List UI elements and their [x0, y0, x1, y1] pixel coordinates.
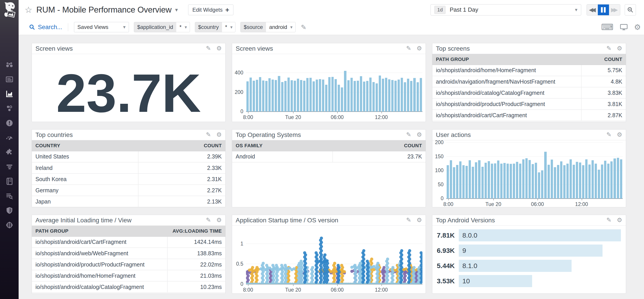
bar: [325, 85, 328, 112]
widget-title: Average Initial Loading time / View: [36, 217, 132, 224]
puzzle-icon: [5, 148, 14, 156]
bar: [557, 165, 559, 199]
bar: [275, 80, 277, 112]
bar-chart[interactable]: 0501001502008:00Tue 2006:0012:00: [432, 140, 626, 207]
bar: [334, 79, 337, 112]
edit-pencil-icon[interactable]: ✎: [206, 217, 211, 223]
widget-gear-icon[interactable]: ⚙: [417, 217, 422, 223]
widget-gear-icon[interactable]: ⚙: [216, 132, 222, 138]
x-axis-tick: [582, 199, 582, 200]
table: PATH GROUPAVG:LOADING TIMEio/shopist/and…: [32, 226, 225, 294]
widget-gear-icon[interactable]: ⚙: [617, 132, 622, 138]
bar: [316, 80, 318, 112]
bar: [604, 161, 606, 199]
edit-pencil-icon[interactable]: ✎: [606, 217, 612, 223]
bar: [360, 76, 362, 112]
template-var-source[interactable]: $source android ▾: [240, 22, 296, 32]
plot-area: 02004008:00Tue 2006:0012:00: [246, 58, 422, 112]
search-control[interactable]: Search...: [29, 24, 62, 31]
widget-gear-icon[interactable]: ⚙: [216, 45, 222, 51]
toplist-label: 8.1.0: [462, 262, 478, 270]
toplist-row: 7.81K8.0.0: [432, 229, 621, 241]
widget-gear-icon[interactable]: ⚙: [216, 217, 222, 223]
table-header-row: PATH GROUPCOUNT: [432, 54, 626, 65]
bar: [268, 78, 271, 112]
bar: [450, 160, 452, 199]
edit-variables-pencil-icon[interactable]: ✎: [301, 23, 306, 31]
data-table: PATH GROUPCOUNTio/shopist/android/home/H…: [432, 54, 626, 121]
cell-value: 2.27K: [138, 185, 225, 196]
bar: [601, 165, 603, 199]
saved-views-select[interactable]: Saved Views ▾: [74, 22, 129, 32]
edit-pencil-icon[interactable]: ✎: [406, 217, 411, 223]
edit-widgets-button[interactable]: Edit Widgets +: [188, 4, 234, 15]
bar: [478, 160, 480, 199]
zoom-out-button[interactable]: [625, 4, 636, 15]
sidebar-item-infrastructure[interactable]: [5, 104, 14, 113]
column-header: PATH GROUP: [432, 54, 582, 65]
sidebar-item-synthetics[interactable]: [5, 221, 14, 229]
scatter-chart[interactable]: 00.518:00Tue 2006:0012:00: [232, 226, 426, 294]
sidebar-item-monitors[interactable]: [5, 119, 14, 127]
x-axis-tick: [337, 284, 338, 286]
cell-value: 2.13K: [138, 196, 225, 207]
favorite-star-icon[interactable]: ☆: [25, 5, 32, 14]
edit-pencil-icon[interactable]: ✎: [406, 45, 411, 51]
edit-pencil-icon[interactable]: ✎: [206, 45, 211, 51]
cell-label: io/shopist/android/cart/CartFragment: [432, 110, 582, 121]
binoculars-icon: [5, 60, 14, 69]
table-row: Japan2.13K: [32, 196, 225, 207]
bar: [410, 81, 412, 112]
pause-refresh-button[interactable]: [598, 4, 609, 15]
bars-series: [446, 143, 623, 199]
edit-pencil-icon[interactable]: ✎: [206, 132, 211, 138]
cell-label: io/shopist/android/catalog/CatalogFragme…: [32, 281, 167, 293]
widget-gear-icon[interactable]: ⚙: [617, 217, 622, 223]
edit-pencil-icon[interactable]: ✎: [406, 132, 411, 138]
title-chevron-down-icon[interactable]: ▾: [175, 7, 178, 13]
widget-gear-icon[interactable]: ⚙: [417, 45, 422, 51]
saved-views-label: Saved Views: [77, 24, 108, 30]
tv-mode-icon[interactable]: [620, 23, 628, 31]
bar: [290, 80, 293, 112]
widget-gear-icon[interactable]: ⚙: [617, 45, 622, 51]
bar: [385, 78, 387, 112]
edit-pencil-icon[interactable]: ✎: [606, 132, 612, 138]
time-backward-button[interactable]: ◀◀: [587, 4, 598, 15]
cell-value: 5.75K: [582, 65, 626, 76]
template-var-country[interactable]: $country * ▾: [195, 22, 236, 32]
datadog-logo[interactable]: [2, 1, 17, 21]
bar: [303, 81, 306, 112]
bar-chart[interactable]: 02004008:00Tue 2006:0012:00: [232, 54, 426, 122]
search-input[interactable]: Search...: [38, 24, 62, 31]
dashboard-grid: Screen views ✎⚙ 23.7K Screen views ✎⚙ 02…: [18, 35, 644, 294]
sidebar-item-watchdog[interactable]: [5, 60, 14, 69]
toplist-row: 6.93K9: [432, 245, 621, 257]
bar: [484, 163, 487, 199]
time-range-select[interactable]: 1d Past 1 Day ▾: [430, 4, 581, 15]
sidebar-item-integrations[interactable]: [5, 148, 14, 156]
sidebar-item-events[interactable]: [5, 75, 14, 84]
sidebar-item-dashboards[interactable]: [5, 90, 14, 98]
settings-gear-icon[interactable]: ⚙: [634, 23, 641, 31]
sidebar-item-metrics[interactable]: [5, 133, 14, 142]
search-icon: [29, 24, 35, 30]
globe-network-icon: [5, 221, 14, 229]
template-var-application-id[interactable]: $application_id * ▾: [134, 22, 190, 32]
bar: [617, 158, 619, 199]
time-forward-button[interactable]: ▶▶: [609, 4, 620, 15]
sidebar-item-apm[interactable]: [5, 163, 14, 171]
widget-gear-icon[interactable]: ⚙: [417, 132, 422, 138]
cell-label: io/shopist/android/home/HomeFragment: [432, 65, 582, 76]
edit-pencil-icon[interactable]: ✎: [606, 45, 612, 51]
bar: [504, 163, 506, 199]
toplist-bar-track: 10: [459, 275, 621, 287]
keyboard-shortcuts-icon[interactable]: ⌨: [601, 23, 614, 31]
sidebar-item-logs[interactable]: [5, 192, 14, 200]
time-shift-controls: ◀◀ ▶▶: [586, 4, 620, 15]
x-axis-tick: [493, 199, 494, 200]
sidebar-item-notebooks[interactable]: [5, 177, 14, 186]
sidebar-item-security[interactable]: [5, 206, 14, 215]
widget-screen-views-chart: Screen views ✎⚙ 02004008:00Tue 2006:0012…: [232, 43, 426, 122]
x-axis-tick: [448, 199, 449, 200]
